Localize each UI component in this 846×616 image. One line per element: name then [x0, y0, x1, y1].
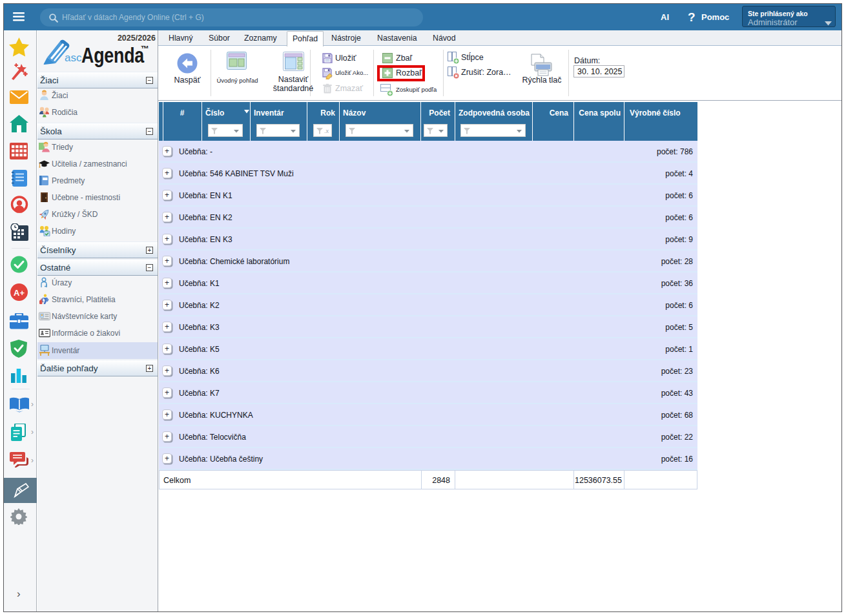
svg-text:A+: A+: [14, 288, 25, 298]
